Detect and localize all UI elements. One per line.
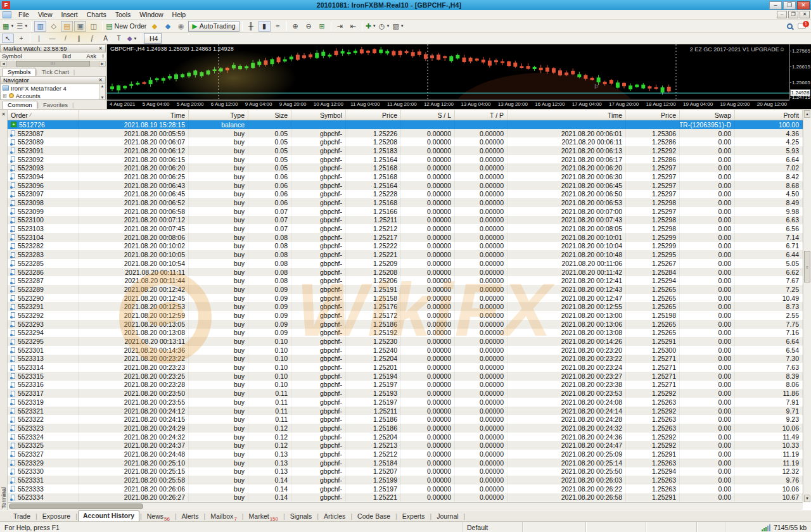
close-button[interactable]: ✕: [797, 1, 810, 10]
menu-help[interactable]: Help: [168, 11, 191, 18]
channel-tool[interactable]: ∥: [73, 34, 85, 43]
child-close-button[interactable]: ✕: [800, 11, 810, 18]
history-row[interactable]: 55232832021.08.20 00:10:05buy0.08gbpchf-…: [8, 250, 803, 259]
history-row[interactable]: 55230892021.08.20 00:06:07buy0.05gbpchf-…: [8, 137, 803, 146]
status-connection[interactable]: 7145/55 kb: [725, 522, 811, 532]
menu-window[interactable]: Window: [135, 11, 167, 18]
chart-time-axis[interactable]: 4 Aug 20215 Aug 04:005 Aug 20:006 Aug 12…: [107, 100, 789, 108]
tab-exposure[interactable]: Exposure: [38, 512, 75, 521]
tree-expand-icon[interactable]: ⊞: [3, 93, 7, 99]
history-row[interactable]: 55233302021.08.20 00:25:15buy0.13gbpchf-…: [8, 467, 803, 476]
tab-experts[interactable]: Experts: [398, 512, 430, 521]
mw-col-bid[interactable]: Bid: [46, 53, 71, 60]
vertical-line-tool[interactable]: |: [33, 34, 45, 43]
history-row[interactable]: 55232902021.08.20 00:12:45buy0.09gbpchf-…: [8, 294, 803, 303]
scroll-up-icon[interactable]: ▲: [804, 110, 810, 118]
history-row[interactable]: 55230992021.08.20 00:06:58buy0.07gbpchf-…: [8, 207, 803, 216]
market-watch-toggle[interactable]: ▥: [34, 21, 46, 32]
history-row[interactable]: 55233212021.08.20 00:24:12buy0.11gbpchf-…: [8, 407, 803, 415]
strategy-tester-toggle[interactable]: ◫: [87, 21, 99, 32]
line-chart-mode-button[interactable]: ≈: [272, 21, 284, 32]
tab-mailbox[interactable]: Mailbox7: [206, 512, 241, 521]
history-row[interactable]: 55233162021.08.20 00:23:28buy0.10gbpchf-…: [8, 381, 803, 390]
tab-tick-chart[interactable]: Tick Chart: [37, 68, 73, 76]
history-row[interactable]: 55233192021.08.20 00:23:55buy0.11gbpchf-…: [8, 398, 803, 407]
history-col-time[interactable]: Time: [79, 110, 189, 120]
history-col-type[interactable]: Type: [189, 110, 248, 120]
history-row[interactable]: 55233142021.08.20 00:23:23buy0.10gbpchf-…: [8, 363, 803, 372]
history-row-balance[interactable]: +55127262021.08.19 15:28:15balanceTR-(12…: [8, 120, 803, 129]
history-row[interactable]: 55232872021.08.20 00:11:44buy0.08gbpchf-…: [8, 276, 803, 285]
tab-alerts[interactable]: Alerts: [177, 512, 203, 521]
history-row[interactable]: 55231042021.08.20 00:08:06buy0.08gbpchf-…: [8, 233, 803, 242]
experts-button[interactable]: ◆: [162, 21, 174, 32]
history-row[interactable]: 55232922021.08.20 00:12:59buy0.09gbpchf-…: [8, 311, 803, 320]
menu-view[interactable]: View: [34, 11, 57, 18]
history-row[interactable]: 55233152021.08.20 00:23:25buy0.10gbpchf-…: [8, 372, 803, 381]
history-vscrollbar[interactable]: ▲ ≡ ▼: [803, 110, 811, 502]
cursor-tool[interactable]: ↖: [2, 34, 14, 43]
history-row[interactable]: 55232852021.08.20 00:10:54buy0.08gbpchf-…: [8, 259, 803, 268]
notification-bubble-icon[interactable]: 1: [798, 23, 806, 29]
mw-col-![interactable]: !: [96, 53, 104, 60]
zoom-out-button[interactable]: ⊖: [303, 21, 315, 32]
history-row[interactable]: 55232932021.08.20 00:13:05buy0.09gbpchf-…: [8, 320, 803, 329]
minimize-button[interactable]: –: [769, 1, 782, 10]
periods-button[interactable]: ◷▼: [378, 21, 391, 32]
templates-button[interactable]: ▧▼: [392, 21, 404, 32]
history-row[interactable]: 55230972021.08.20 00:06:45buy0.06gbpchf-…: [8, 190, 803, 199]
chart-window[interactable]: GBPCHF-,H4 1.24938 1.25039 1.24863 1.249…: [107, 44, 811, 109]
menu-insert[interactable]: Insert: [57, 11, 82, 18]
scroll-left-icon[interactable]: ◄: [0, 61, 7, 66]
status-profile[interactable]: Default: [463, 522, 523, 532]
history-col-size[interactable]: Size: [248, 110, 291, 120]
history-row[interactable]: 55233012021.08.20 00:14:36buy0.10gbpchf-…: [8, 346, 803, 355]
chart-price-scale[interactable]: 1.27565 1.26615 1.25665 1.24928 1.24715: [789, 44, 811, 99]
tab-favorites[interactable]: Favorites: [39, 101, 72, 109]
history-col-tp[interactable]: T / P: [455, 110, 508, 120]
terminal-toggle[interactable]: ▣: [74, 21, 86, 32]
history-row[interactable]: 55233272021.08.20 00:24:48buy0.13gbpchf-…: [8, 450, 803, 459]
history-row[interactable]: 55230912021.08.20 00:06:12buy0.05gbpchf-…: [8, 146, 803, 155]
menu-charts[interactable]: Charts: [82, 11, 111, 18]
menu-file[interactable]: File: [14, 11, 34, 18]
navigator-toggle[interactable]: ▤: [61, 21, 73, 32]
history-row[interactable]: 55233342021.08.20 00:26:27buy0.14gbpchf-…: [8, 493, 803, 502]
history-col-order[interactable]: Order∕: [8, 110, 79, 120]
tab-symbols[interactable]: Symbols: [3, 68, 35, 76]
auto-scroll-button[interactable]: ⇥: [334, 21, 346, 32]
autotrading-button[interactable]: ▶AutoTrading: [188, 21, 239, 32]
history-hscrollbar[interactable]: [8, 502, 803, 510]
navigator-item-accounts[interactable]: ⊞ Accounts: [1, 92, 105, 99]
navigator-vscrollbar[interactable]: ▲▼: [99, 84, 105, 99]
tab-code-base[interactable]: Code Base: [353, 512, 395, 521]
history-col-symbol[interactable]: Symbol: [291, 110, 346, 120]
history-col-price[interactable]: Price: [626, 110, 680, 120]
mw-col-ask[interactable]: Ask: [71, 53, 96, 60]
search-icon[interactable]: [787, 23, 793, 29]
period-h4-button[interactable]: H4: [144, 33, 162, 44]
history-row[interactable]: 55232952021.08.20 00:13:11buy0.10gbpchf-…: [8, 337, 803, 346]
history-row[interactable]: 55230872021.08.20 00:05:59buy0.05gbpchf-…: [8, 129, 803, 138]
horizontal-line-tool[interactable]: —: [46, 34, 58, 43]
new-order-button[interactable]: ▤New Order: [105, 21, 147, 32]
history-row[interactable]: 55233232021.08.20 00:24:29buy0.12gbpchf-…: [8, 424, 803, 433]
history-row[interactable]: 55232912021.08.20 00:12:53buy0.09gbpchf-…: [8, 302, 803, 311]
scrollbar-thumb[interactable]: |||: [16, 61, 90, 66]
chart-menu-icon[interactable]: [3, 11, 11, 18]
history-row[interactable]: 55230922021.08.20 00:06:15buy0.05gbpchf-…: [8, 155, 803, 164]
fibonacci-tool[interactable]: ƒ: [86, 34, 98, 43]
history-col-swap[interactable]: Swap: [680, 110, 735, 120]
tab-signals[interactable]: Signals: [286, 512, 316, 521]
history-row[interactable]: 55233172021.08.20 00:23:50buy0.11gbpchf-…: [8, 389, 803, 398]
tab-market[interactable]: Market150: [245, 512, 283, 521]
text-tool[interactable]: A: [99, 34, 112, 43]
history-row[interactable]: 55232862021.08.20 00:11:11buy0.08gbpchf-…: [8, 268, 803, 277]
history-row[interactable]: 55230982021.08.20 00:06:52buy0.06gbpchf-…: [8, 198, 803, 207]
indicators-button[interactable]: ✚▼: [365, 21, 377, 32]
tab-account-history[interactable]: Account History: [78, 510, 139, 521]
history-row[interactable]: 55233332021.08.20 00:26:06buy0.14gbpchf-…: [8, 484, 803, 493]
history-row[interactable]: 55232942021.08.20 00:13:08buy0.09gbpchf-…: [8, 329, 803, 338]
sounds-button[interactable]: ◉: [175, 21, 187, 32]
scroll-right-icon[interactable]: ►: [99, 61, 106, 66]
